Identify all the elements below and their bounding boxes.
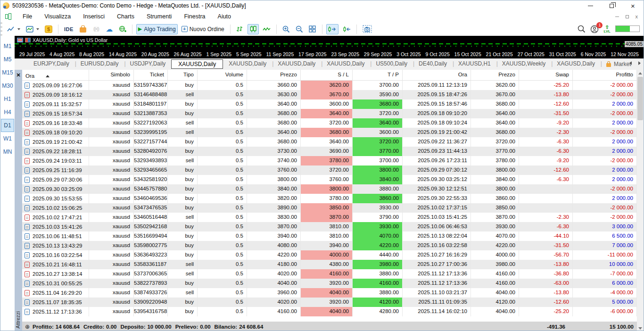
bar-chart-mode-button[interactable] [234,24,246,34]
chart-tab[interactable]: USDJPY,Daily [124,59,172,69]
toolbox-panel-title[interactable]: Attrezzi [15,311,21,329]
scroll-tabs-left-icon[interactable] [629,61,632,65]
one-click-trading-icon[interactable] [25,38,31,42]
chart-tab[interactable]: US500,Daily [370,59,413,69]
timeframe-button[interactable]: W1 [1,132,14,145]
depth-of-market-icon[interactable] [17,38,23,42]
chart-tab[interactable]: XAGUSD,Daily [551,59,601,69]
column-header-ora[interactable]: Ora [22,70,89,80]
column-header-profitto[interactable]: Profitto [573,70,637,80]
line-chart-mode-button[interactable] [261,24,272,34]
table-row[interactable]: 2025.10.16 03:22:54 xauusd 53636493223 b… [22,250,637,260]
table-row[interactable]: 2025.10.02 17:47:21 xauusd 53460516448 s… [22,213,637,222]
table-row[interactable]: 2025.09.25 11:16:39 xauusd 53293465665 b… [22,166,637,175]
chart-tab[interactable]: EURUSD,Daily [75,59,124,69]
algo-trading-button[interactable]: ▶ Algo Trading [136,24,178,34]
menu-item[interactable]: Inserisci [77,12,111,21]
chart-tab[interactable]: XAUUSD,Daily [223,59,272,69]
chart-area[interactable]: XAUUSD,Daily: Gold vs US Dollar 4085.05 [15,36,644,50]
candlestick-mode-button[interactable] [248,24,259,34]
trade-dialog-button[interactable]: $ [43,24,54,34]
chart-profile-button[interactable] [5,24,22,34]
timeframe-button[interactable]: H1 [1,92,14,106]
metaeditor-ide-button[interactable]: IDE [62,24,75,34]
zoom-out-button[interactable] [294,24,305,34]
new-order-button[interactable]: + Nuovo Ordine [180,24,226,34]
table-row[interactable]: 2025.10.03 15:41:26 xauusd 53502942168 b… [22,222,637,232]
scroll-tabs-right-icon[interactable] [638,61,641,65]
shift-end-button[interactable] [326,24,339,34]
timeframe-button[interactable]: MN [1,145,14,158]
table-row[interactable]: 2025.09.24 19:03:11 xauusd 53293493893 s… [22,156,637,166]
table-row[interactable]: 2025.09.11 15:32:57 xauusd 53184801197 b… [22,99,637,109]
indicators-button[interactable] [24,24,41,34]
lvl-icon[interactable]: ⇧ LVL [603,25,611,34]
column-header-tp[interactable]: T / P [353,70,403,80]
timeframe-button[interactable]: M15 [1,66,14,79]
column-header-swap[interactable]: Swap [519,70,573,80]
chart-tab[interactable]: XAUUSD,H1 [453,59,496,69]
screenshot-button[interactable] [361,24,374,34]
timeframe-button[interactable]: H4 [1,106,14,119]
table-row[interactable]: 2025.10.02 15:06:25 xauusd 53473476535 b… [22,203,637,213]
chart-tab[interactable]: XAUUSD,Weekly [496,59,551,69]
close-button[interactable]: × [622,0,644,11]
table-row[interactable]: 2025.09.22 18:28:11 xauusd 53280492076 b… [22,147,637,156]
table-row[interactable]: 2025.09.16 18:33:48 xauusd 53227192063 s… [22,118,637,128]
chart-timeline[interactable]: 29 Jul 20254 Aug 20258 Aug 202514 Aug 20… [15,50,644,58]
child-minimize-icon[interactable] [615,17,619,17]
expand-summary-icon[interactable]: ⊕ [25,323,30,330]
column-header-prezzo-close[interactable]: Prezzo [471,70,519,80]
menu-item[interactable]: Strumenti [140,12,178,21]
menu-item[interactable]: File [17,12,38,21]
search-button[interactable] [578,25,586,33]
child-close-icon[interactable]: x [636,14,638,19]
table-row[interactable]: 2025.10.06 11:48:51 xauusd 53516699494 b… [22,232,637,241]
table-row[interactable]: 2025.11.07 18:35:35 xauusd 53909220948 b… [22,298,637,307]
column-header-prezzo[interactable]: Prezzo [247,70,301,80]
table-row[interactable]: 2025.11.12 17:13:36 xauusd 53954316758 b… [22,307,637,316]
chart-tab[interactable]: XAUUSD,Daily [171,59,223,69]
table-row[interactable]: 2025.09.29 07:30:06 xauusd 53432581920 b… [22,175,637,184]
table-row[interactable]: 2025.10.27 13:38:14 xauusd 53737006365 s… [22,269,637,279]
table-row[interactable]: 2025.11.04 16:29:20 xauusd 53874933726 s… [22,288,637,298]
table-row[interactable]: 2025.10.21 16:48:11 xauusd 53583361187 s… [22,260,637,269]
chart-tab[interactable]: EURJPY,Daily [28,59,75,69]
menu-item[interactable]: Visualizza [38,12,77,21]
vps-button[interactable] [117,24,128,34]
timeframe-button[interactable]: M1 [1,40,14,53]
minimize-button[interactable] [580,0,601,11]
signals-button[interactable]: ((•)) [91,24,102,34]
chart-tab[interactable]: DE40,Daily [413,59,453,69]
table-row[interactable]: 2025.09.15 18:57:34 xauusd 53213887353 b… [22,109,637,118]
table-row[interactable]: 2025.09.09 18:16:12 xauusd 53146488488 s… [22,90,637,99]
timeframe-button[interactable]: M5 [1,53,14,66]
menu-item[interactable]: Charts [111,12,140,21]
column-header-simbolo[interactable]: Simbolo [89,70,134,80]
table-row[interactable]: 2025.09.30 15:53:55 xauusd 53460469536 b… [22,194,637,203]
scroll-up-button[interactable] [637,70,644,76]
table-row[interactable]: 2025.10.13 13:43:29 xauusd 53598002775 b… [22,241,637,250]
zoom-in-button[interactable] [281,24,292,34]
table-row[interactable]: 2025.10.31 00:55:25 xauusd 53822737893 b… [22,279,637,288]
market-store-button[interactable] [77,24,89,34]
table-row[interactable]: 2025.09.09 16:27:06 xauusd 53159743367 b… [22,81,637,90]
chart-tab[interactable]: XAUUSD,Daily [272,59,321,69]
restore-button[interactable] [601,0,622,11]
vertical-scrollbar[interactable] [637,70,644,331]
child-restore-icon[interactable] [626,15,629,18]
cloud-button[interactable]: ☁ [104,24,115,34]
auto-scroll-button[interactable] [340,24,353,34]
notifications-button[interactable]: 1 [590,25,599,33]
chart-tab[interactable]: XAUUSD,Daily [321,59,370,69]
column-header-tipo[interactable]: Tipo [168,70,198,80]
column-header-ora-close[interactable]: Ora [403,70,471,80]
scroll-down-button[interactable] [637,325,644,331]
menu-item[interactable]: Finestra [178,12,211,21]
column-header-ticket[interactable]: Ticket [134,70,168,80]
column-header-volume[interactable]: Volume [198,70,247,80]
table-row[interactable]: 2025.09.18 09:10:20 xauusd 53239995195 s… [22,128,637,137]
tile-windows-button[interactable] [307,24,318,34]
close-panel-icon[interactable]: ✕ [15,71,22,79]
timeframe-button[interactable]: M30 [1,79,14,92]
